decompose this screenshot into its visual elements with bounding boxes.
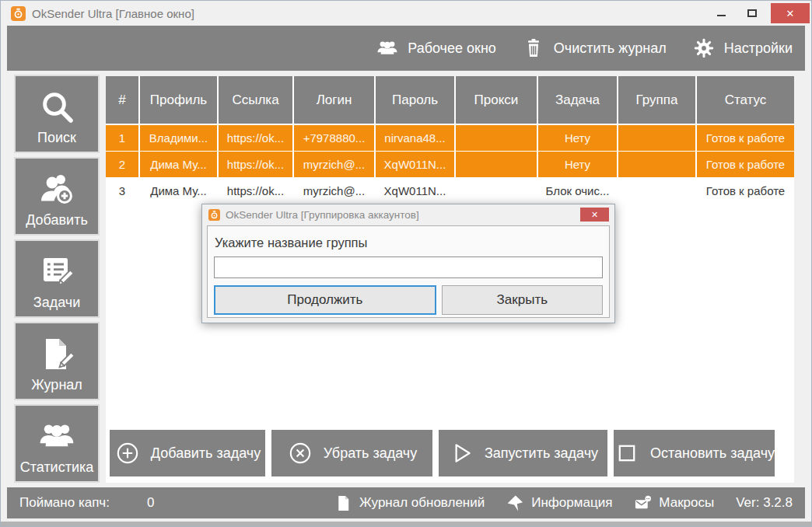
minimize-button[interactable]	[705, 3, 737, 23]
toolbar-item-label: Очистить журнал	[554, 40, 667, 57]
cell-status: Готов к работе	[697, 178, 794, 204]
cell-password: nirvana48...	[376, 125, 454, 151]
cell-number: 3	[106, 178, 138, 204]
sidebar-item-statistics[interactable]: Статистика	[14, 404, 100, 483]
close-dialog-button[interactable]: Закрыть	[442, 285, 603, 315]
cell-proxy	[456, 178, 537, 204]
macros-button[interactable]: Макросы	[634, 494, 714, 512]
play-icon	[448, 440, 474, 466]
cell-password: XqW011N...	[376, 152, 454, 177]
cell-link: https://ok...	[219, 152, 292, 177]
toolbar-item-label: Настройки	[724, 40, 793, 57]
start-task-button[interactable]: Запустить задачу	[439, 430, 607, 476]
version-label: Ver: 3.2.8	[736, 495, 793, 511]
captcha-label: Поймано капч:	[19, 495, 110, 511]
cell-group	[618, 125, 695, 151]
cell-status: Готов к работе	[697, 125, 794, 151]
cell-group	[618, 178, 695, 204]
cell-login: +7978880...	[294, 125, 374, 151]
status-bar: Поймано капч: 0 Журнал обновлений Информ…	[7, 487, 805, 518]
cell-number: 2	[106, 152, 138, 177]
task-button-label: Остановить задачу	[650, 445, 775, 462]
close-button[interactable]: ✕	[771, 3, 810, 23]
sidebar: Поиск Добавить Задачи Журнал Статистика	[14, 75, 100, 483]
table-column-header[interactable]: Ссылка	[219, 76, 292, 124]
dialog-close-button[interactable]: ✕	[580, 208, 609, 222]
update-log-button[interactable]: Журнал обновлений	[334, 494, 485, 512]
table-column-header[interactable]: Задача	[538, 76, 617, 124]
statusbar-links: Журнал обновлений Информация Макросы	[334, 494, 714, 512]
mail-icon	[634, 494, 652, 512]
maximize-icon	[747, 9, 757, 17]
stop-task-button[interactable]: Остановить задачу	[614, 430, 775, 476]
journal-icon	[38, 335, 75, 372]
statusbar-right: Журнал обновлений Информация Макросы Ver…	[334, 494, 793, 512]
cell-login: myrzich@...	[294, 178, 374, 204]
cell-number: 1	[106, 125, 138, 151]
cell-task: Нету	[538, 152, 617, 177]
cell-profile: Дима Му...	[140, 178, 217, 204]
table-body: 1 Владими... https://ok... +7978880... n…	[106, 125, 794, 204]
table-column-header[interactable]: #	[106, 76, 138, 124]
window-bottom-edge	[1, 522, 811, 526]
cell-login: myrzich@...	[294, 152, 374, 177]
table-column-header[interactable]: Статус	[697, 76, 794, 124]
statusbar-item-label: Макросы	[659, 495, 714, 511]
title-bar[interactable]: OkSender Ultra [Главное окно] ✕	[1, 1, 811, 26]
table-row[interactable]: 2 Дима Му... https://ok... myrzich@... X…	[106, 152, 794, 177]
users-icon	[38, 417, 75, 455]
information-button[interactable]: Информация	[506, 494, 612, 512]
main-window: OkSender Ultra [Главное окно] ✕ Рабочее …	[0, 0, 812, 527]
table-column-header[interactable]: Прокси	[456, 76, 537, 124]
workspace-button[interactable]: Рабочее окно	[375, 37, 496, 59]
cell-status: Готов к работе	[697, 152, 794, 177]
sidebar-item-label: Статистика	[20, 459, 94, 476]
captcha-count: 0	[147, 495, 154, 511]
dialog-buttons: Продолжить Закрыть	[214, 285, 603, 315]
statusbar-item-label: Журнал обновлений	[359, 495, 485, 511]
sidebar-item-label: Добавить	[26, 212, 88, 229]
clear-log-button[interactable]: Очистить журнал	[521, 37, 667, 59]
plus-circle-icon	[114, 440, 141, 466]
app-logo-icon	[11, 6, 26, 21]
group-name-label: Укажите название группы	[215, 236, 603, 250]
close-icon: ✕	[786, 8, 795, 19]
cell-link: https://ok...	[219, 178, 292, 204]
task-button-bar: Добавить задачу Убрать задачу Запустить …	[110, 430, 775, 476]
group-accounts-dialog: OkSender Ultra [Группировка аккаунтов] ✕…	[201, 204, 615, 323]
pin-icon	[506, 494, 524, 512]
window-controls: ✕	[705, 1, 810, 26]
users-icon	[375, 37, 400, 59]
maximize-button[interactable]	[737, 3, 768, 23]
table-row[interactable]: 3 Дима Му... https://ok... myrzich@... X…	[106, 178, 794, 204]
table-column-header[interactable]: Группа	[618, 76, 695, 124]
window-title: OkSender Ultra [Главное окно]	[32, 7, 194, 20]
cell-profile: Владими...	[140, 125, 217, 151]
user-add-icon	[38, 170, 75, 208]
x-circle-icon	[287, 440, 313, 466]
group-name-input[interactable]	[214, 257, 603, 278]
stop-icon	[614, 440, 640, 466]
table-column-header[interactable]: Логин	[294, 76, 374, 124]
continue-button[interactable]: Продолжить	[214, 285, 436, 315]
remove-task-button[interactable]: Убрать задачу	[271, 430, 432, 476]
table-row[interactable]: 1 Владими... https://ok... +7978880... n…	[106, 125, 794, 151]
sidebar-item-search[interactable]: Поиск	[14, 75, 100, 153]
table-column-header[interactable]: Профиль	[140, 76, 217, 124]
dialog-body: Укажите название группы Продолжить Закры…	[207, 225, 610, 318]
add-task-button[interactable]: Добавить задачу	[110, 430, 265, 476]
dialog-title-bar[interactable]: OkSender Ultra [Группировка аккаунтов] ✕	[202, 204, 614, 225]
cell-link: https://ok...	[219, 125, 292, 151]
settings-button[interactable]: Настройки	[691, 37, 793, 59]
sidebar-item-tasks[interactable]: Задачи	[14, 239, 100, 318]
sidebar-item-add[interactable]: Добавить	[14, 157, 100, 236]
table-column-header[interactable]: Пароль	[376, 76, 454, 124]
cell-profile: Дима Му...	[140, 152, 217, 177]
top-toolbar: Рабочее окно Очистить журнал Настройки	[7, 26, 805, 71]
task-button-label: Запустить задачу	[485, 445, 598, 462]
tasks-icon	[38, 253, 75, 290]
sidebar-item-journal[interactable]: Журнал	[14, 322, 100, 400]
close-icon: ✕	[591, 210, 598, 220]
sidebar-item-label: Поиск	[37, 130, 76, 146]
cell-proxy	[456, 152, 537, 177]
